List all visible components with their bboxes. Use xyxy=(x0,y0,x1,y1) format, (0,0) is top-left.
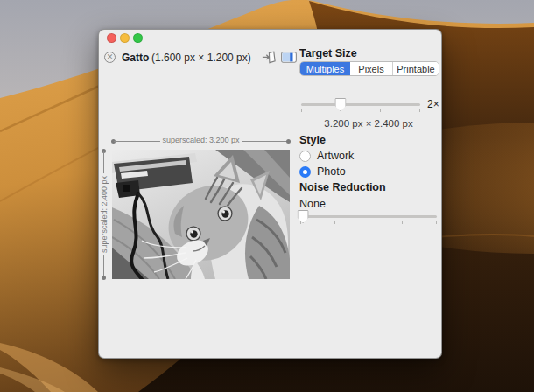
photo-radio-label: Photo xyxy=(317,165,346,178)
radio-option-artwork[interactable]: Artwork xyxy=(299,150,354,162)
radio-option-photo[interactable]: Photo xyxy=(299,165,346,178)
multiplier-slider-ticks xyxy=(301,108,420,112)
ruler-endpoint-dot xyxy=(102,276,106,280)
style-heading: Style xyxy=(299,134,326,146)
close-button[interactable] xyxy=(107,33,116,43)
artwork-radio-icon[interactable] xyxy=(299,150,311,162)
titlebar[interactable] xyxy=(99,30,441,48)
export-icon[interactable] xyxy=(261,50,277,64)
ruler-endpoint-dot xyxy=(286,139,291,144)
app-window: ✕ Gatto (1.600 px × 1.200 px) Target Siz… xyxy=(98,29,442,359)
target-size-segmented-control: Multiples Pixels Printable xyxy=(299,61,439,76)
segment-pixels[interactable]: Pixels xyxy=(350,62,393,75)
width-ruler-label: superscaled: 3.200 px xyxy=(159,136,242,144)
height-ruler-label: superscaled: 2.400 px xyxy=(100,173,109,256)
noise-slider-track[interactable] xyxy=(300,215,437,218)
minimize-button[interactable] xyxy=(120,33,130,43)
multiplier-slider-track[interactable] xyxy=(301,103,420,106)
file-name: Gatto xyxy=(122,52,149,64)
noise-reduction-value: None xyxy=(299,198,326,210)
photo-radio-icon[interactable] xyxy=(299,166,311,178)
width-ruler: superscaled: 3.200 px xyxy=(112,135,290,147)
artwork-radio-label: Artwork xyxy=(317,150,354,162)
segment-printable[interactable]: Printable xyxy=(393,62,439,75)
result-dimensions: 3.200 px × 2.400 px xyxy=(299,118,439,129)
multiplier-value-label: 2× xyxy=(427,98,439,110)
segment-multiples[interactable]: Multiples xyxy=(300,62,350,75)
target-size-heading: Target Size xyxy=(299,47,357,60)
desktop: ✕ Gatto (1.600 px × 1.200 px) Target Siz… xyxy=(0,0,534,392)
compare-split-view-icon[interactable] xyxy=(281,52,297,66)
file-dimensions: (1.600 px × 1.200 px) xyxy=(151,52,251,64)
noise-reduction-heading: Noise Reduction xyxy=(299,181,386,193)
zoom-button[interactable] xyxy=(133,33,143,43)
height-ruler: superscaled: 2.400 px xyxy=(99,150,109,279)
remove-image-button[interactable]: ✕ xyxy=(104,52,116,63)
noise-slider-ticks xyxy=(300,220,437,224)
preview-image-cat-photo xyxy=(112,150,290,279)
